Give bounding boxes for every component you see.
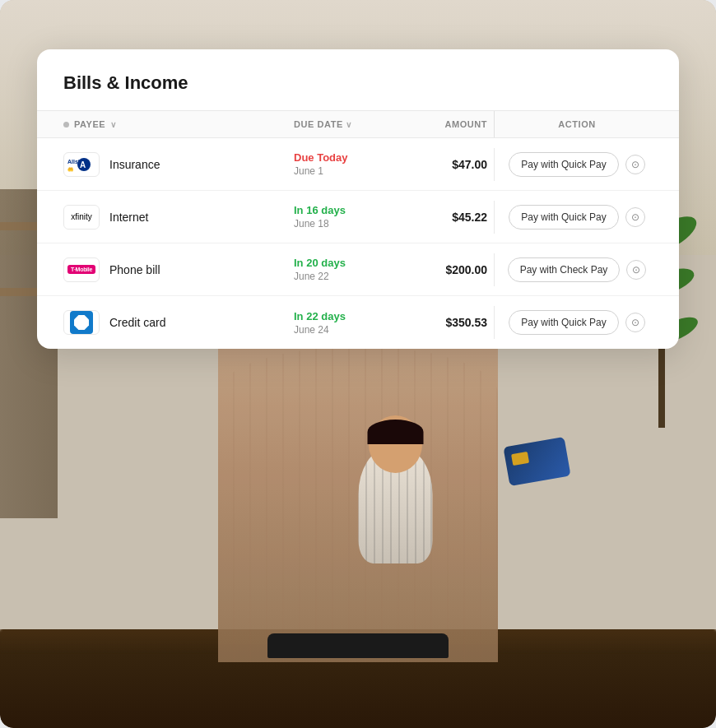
more-button-phone[interactable]: ⊙ [626, 260, 646, 280]
amount-phone: $200.00 [387, 257, 494, 283]
action-cell-internet: Pay with Quick Pay ⊙ [495, 198, 659, 236]
payee-cell-phone: T·Mobile Phone bill [57, 248, 287, 292]
action-cell-phone: Pay with Check Pay ⊙ [495, 251, 659, 289]
chase-octagon [74, 315, 89, 330]
th-action: AcTION [495, 111, 659, 137]
th-payee: PAYEE ∨ [57, 111, 287, 137]
credit-card [503, 437, 570, 486]
due-cell-phone: In 20 days June 22 [287, 250, 387, 289]
more-button-credit[interactable]: ⊙ [625, 313, 645, 332]
due-cell-internet: In 16 days June 18 [287, 197, 387, 236]
payee-sort-icon[interactable]: ∨ [110, 120, 117, 129]
amount-insurance: $47.00 [387, 151, 494, 178]
card-title: Bills & Income [37, 49, 679, 110]
amount-credit: $350.53 [387, 309, 494, 336]
xfinity-text: xfinity [71, 212, 92, 221]
tmobile-badge: T·Mobile [67, 265, 95, 274]
baby-hair [368, 420, 424, 444]
amount-internet: $45.22 [387, 204, 494, 230]
allstate-logo: Allstate 🤲 A [63, 152, 100, 177]
pay-button-internet[interactable]: Pay with Quick Pay [509, 205, 618, 230]
due-label-credit: In 22 days [294, 310, 380, 322]
payee-name-credit: Credit card [109, 316, 165, 329]
svg-text:🤲: 🤲 [67, 166, 74, 173]
allstate-svg: Allstate 🤲 A [66, 155, 97, 174]
table-header: PAYEE ∨ DUE DATE ∨ AMOUNT AcTION [37, 110, 679, 138]
pay-button-phone[interactable]: Pay with Check Pay [508, 257, 621, 282]
payee-name-insurance: Insurance [109, 158, 160, 171]
due-sort-icon[interactable]: ∨ [346, 120, 352, 129]
xfinity-logo: xfinity [63, 205, 100, 230]
action-cell-insurance: Pay with Quick Pay ⊙ [495, 146, 659, 183]
tablet [267, 633, 449, 658]
due-label-phone: In 20 days [294, 257, 380, 269]
payee-cell-credit: Credit card [57, 300, 287, 345]
pay-button-credit[interactable]: Pay with Quick Pay [509, 310, 618, 335]
more-button-internet[interactable]: ⊙ [625, 207, 645, 227]
pay-button-insurance[interactable]: Pay with Quick Pay [509, 152, 618, 177]
bills-income-card: Bills & Income PAYEE ∨ DUE DATE ∨ AMOUNT… [37, 49, 679, 349]
table-row: Credit card In 22 days June 24 $350.53 P… [37, 296, 679, 349]
payee-name-phone: Phone bill [109, 263, 160, 276]
payee-cell-insurance: Allstate 🤲 A Insurance [57, 142, 287, 187]
th-due-date: DUE DATE ∨ [287, 111, 387, 137]
due-date-phone: June 22 [294, 271, 380, 282]
due-label-insurance: Due Today [294, 151, 380, 164]
due-date-credit: June 24 [294, 324, 380, 336]
due-cell-credit: In 22 days June 24 [287, 304, 387, 342]
baby-container [342, 415, 449, 563]
payee-cell-internet: xfinity Internet [57, 195, 287, 239]
due-date-insurance: June 1 [294, 165, 380, 177]
more-button-insurance[interactable]: ⊙ [625, 155, 645, 174]
bills-table: PAYEE ∨ DUE DATE ∨ AMOUNT AcTION Allstat… [37, 110, 679, 349]
table-row: xfinity Internet In 16 days June 18 $45.… [37, 191, 679, 243]
action-cell-credit: Pay with Quick Pay ⊙ [495, 304, 659, 341]
payee-name-internet: Internet [109, 211, 148, 224]
table-row: Allstate 🤲 A Insurance Due Today June 1 … [37, 138, 679, 191]
th-amount: AMOUNT [387, 111, 494, 137]
chase-icon [70, 311, 93, 334]
due-cell-insurance: Due Today June 1 [287, 145, 387, 183]
payee-dot [63, 122, 69, 128]
due-label-internet: In 16 days [294, 204, 380, 216]
due-date-internet: June 18 [294, 218, 380, 230]
tmobile-logo: T·Mobile [63, 257, 100, 282]
table-row: T·Mobile Phone bill In 20 days June 22 $… [37, 243, 679, 296]
chase-logo [63, 310, 100, 335]
svg-text:A: A [80, 160, 86, 169]
card-chip [511, 452, 529, 466]
